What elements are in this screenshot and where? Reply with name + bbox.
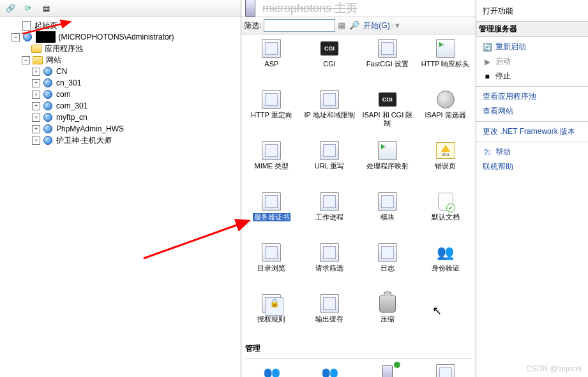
site-label[interactable]: cn_301 [56,77,81,89]
watermark: CSDN @viqecel [526,364,582,373]
expander-icon[interactable]: + [32,68,40,76]
site-label[interactable]: com [56,89,71,100]
feature-label: HTTP 重定向 [251,111,292,119]
actions-pane: 打开功能 管理服务器 🔄重新启动 ▶启动 ■停止 查看应用程序池 查看网站 更改… [476,0,588,377]
feature-worker-processes[interactable]: 工作进程 [301,190,359,237]
fastcgi-icon [378,39,397,58]
feature-mime[interactable]: MIME 类型 [243,139,301,186]
go-icon[interactable]: ▦ [338,20,348,31]
filter-input[interactable] [264,19,335,32]
feature-url-rewrite[interactable]: URL 重写 [301,139,359,186]
feature-error-pages[interactable]: 404错误页 [416,139,474,186]
feature-iis-manager-users[interactable]: 👥IIS 管理器 [243,362,301,377]
worker-processes-icon [320,192,339,211]
url-rewrite-icon [320,141,339,160]
view-apppools-action[interactable]: 查看应用程序池 [481,89,583,104]
feature-label: IP 地址和域限制 [304,111,354,119]
feature-handler-mappings[interactable]: 处理程序映射 [359,139,417,186]
feature-default-document[interactable]: 默认文档 [416,190,474,237]
feature-label: 默认文档 [432,213,460,221]
apppool-label[interactable]: 应用程序池 [45,43,83,54]
site-label[interactable]: PhpMyAdmin_HWS [56,123,124,135]
stop-icon: ■ [483,72,492,81]
feature-delegation-icon [382,365,393,377]
start-action[interactable]: ▶启动 [481,54,583,69]
http-redirect-icon [262,90,281,109]
feature-modules[interactable]: 模块 [359,190,417,237]
group-by-label[interactable]: 开始(G) [363,20,389,31]
expander-icon[interactable]: + [32,102,40,110]
stop-action[interactable]: ■停止 [481,69,583,84]
feature-output-caching[interactable]: 输出缓存 [301,292,359,339]
error-pages-icon: 404 [436,142,455,159]
ip-restrict-icon [320,90,339,109]
feature-label: ISAPI 筛选器 [425,111,466,119]
site-icon [43,112,53,122]
directory-browsing-icon [262,243,281,262]
expander-icon[interactable]: + [32,91,40,99]
expander-icon[interactable]: + [32,125,40,133]
start-page-label[interactable]: 起始页 [34,20,57,31]
left-toolbar: 🔗 ⟳ ▤ [0,0,241,17]
view-mode-icon[interactable]: ▾ [395,20,405,31]
feature-label: URL 重写 [315,162,345,170]
tree-connect-icon[interactable]: 🔗 [4,2,17,15]
feature-directory-browsing[interactable]: 目录浏览 [243,241,301,288]
tree-refresh-icon[interactable]: ⟳ [22,2,34,15]
site-label[interactable]: 护卫神·主机大师 [56,135,112,146]
feature-request-filtering[interactable]: 请求筛选 [301,241,359,288]
feature-iis-manager-permissions[interactable]: 👥IIS 管理器 [301,362,359,377]
separator: - [391,21,394,30]
site-icon [43,89,53,100]
filter-label: 筛选: [244,20,261,31]
expander-icon[interactable]: − [22,56,30,64]
feature-logging[interactable]: 日志 [359,241,417,288]
asp-icon [262,39,281,58]
site-label[interactable]: myftp_cn [56,112,87,123]
feature-compression[interactable]: 压缩 [359,292,417,339]
site-label[interactable]: CN [56,66,67,77]
feature-ip-restrict[interactable]: IP 地址和域限制 [301,88,359,135]
feature-isapi-cgi-restrict[interactable]: CGIISAPI 和 CGI 限制 [359,88,417,135]
request-filtering-icon [320,243,339,262]
server-name-obscured: ■ [36,31,56,43]
feature-label: ASP [264,60,278,68]
show-all-icon[interactable]: 🔎 [349,20,359,31]
expander-icon[interactable]: + [32,114,40,122]
iis-manager-users-icon: 👥 [263,366,280,377]
shared-configuration-icon [436,364,455,377]
feature-label: 身份验证 [432,264,460,272]
feature-cgi[interactable]: CGICGI [301,37,359,84]
feature-label: 错误页 [435,162,456,170]
change-netfx-action[interactable]: 更改 .NET Framework 版本 [481,124,583,139]
connections-tree[interactable]: 起始页 − ■ (MICROPHOTONS\Administrator) 应用程… [0,17,241,149]
feature-label: MIME 类型 [254,162,289,170]
online-help-action[interactable]: 联机帮助 [481,159,583,174]
feature-server-certificates[interactable]: 服务器证书 [243,190,301,237]
feature-shared-configuration[interactable]: 共享的配置 [416,362,474,377]
sites-label[interactable]: 网站 [46,54,61,66]
feature-authentication[interactable]: 👥身份验证 [416,241,474,288]
isapi-cgi-restrict-icon: CGI [379,92,396,107]
tree-view-icon[interactable]: ▤ [40,2,52,15]
open-feature-action[interactable]: 打开功能 [481,4,583,18]
feature-asp[interactable]: ASP [243,37,301,84]
feature-authorization-rules[interactable]: 授权规则 [243,292,301,339]
expander-icon[interactable]: + [32,137,40,145]
authorization-rules-icon [262,294,281,313]
restart-action[interactable]: 🔄重新启动 [481,40,583,54]
feature-label: 服务器证书 [253,213,290,221]
help-action[interactable]: ?⃝帮助 [481,145,583,159]
feature-feature-delegation[interactable]: 功能委派 [359,362,417,377]
feature-label: 压缩 [381,315,395,323]
feature-http-response-headers[interactable]: HTTP 响应标头 [416,37,474,84]
expander-icon[interactable]: + [32,79,40,87]
feature-http-redirect[interactable]: HTTP 重定向 [243,88,301,135]
feature-isapi-filters[interactable]: ISAPI 筛选器 [416,88,474,135]
expander-icon[interactable]: − [11,33,20,41]
feature-fastcgi[interactable]: FastCGI 设置 [359,37,417,84]
site-label[interactable]: com_301 [56,100,87,112]
default-document-icon [438,193,453,211]
feature-view[interactable]: ASPCGICGIFastCGI 设置HTTP 响应标头HTTP 重定向IP 地… [241,34,476,377]
view-sites-action[interactable]: 查看网站 [481,104,583,119]
